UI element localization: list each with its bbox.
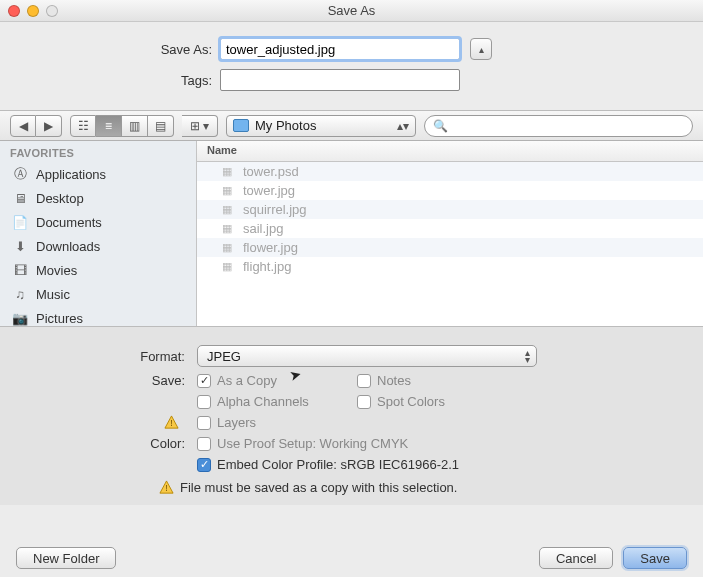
file-row[interactable]: ▦flight.jpg [197, 257, 703, 276]
file-browser: FAVORITES ⒶApplications 🖥Desktop 📄Docume… [0, 141, 703, 326]
layers-checkbox[interactable] [197, 416, 211, 430]
column-view-button[interactable]: ▥ [122, 115, 148, 137]
arrange-button[interactable]: ⊞ ▾ [182, 115, 218, 137]
embed-profile-label: Embed Color Profile: sRGB IEC61966-2.1 [217, 457, 459, 472]
format-select[interactable]: JPEG ▴▾ [197, 345, 537, 367]
layers-label: Layers [217, 415, 256, 430]
notes-checkbox[interactable] [357, 374, 371, 388]
new-folder-button[interactable]: New Folder [16, 547, 116, 569]
sidebar-item-label: Documents [36, 215, 102, 230]
sidebar-item-label: Desktop [36, 191, 84, 206]
file-icon: ▦ [219, 241, 235, 254]
svg-text:!: ! [170, 418, 172, 428]
desktop-icon: 🖥 [12, 190, 28, 206]
column-header-name[interactable]: Name [197, 141, 703, 162]
nav-segment: ◀ ▶ [10, 115, 62, 137]
browser-toolbar: ◀ ▶ ☷ ≡ ▥ ▤ ⊞ ▾ My Photos ▴▾ 🔍 [0, 111, 703, 141]
dialog-footer: New Folder Cancel Save [0, 547, 703, 569]
sidebar-item-label: Movies [36, 263, 77, 278]
format-label: Format: [24, 349, 197, 364]
forward-button[interactable]: ▶ [36, 115, 62, 137]
warning-message-row: ! File must be saved as a copy with this… [24, 480, 679, 495]
search-icon: 🔍 [433, 119, 448, 133]
save-form: Save As: ▴ Tags: [0, 22, 703, 111]
svg-text:!: ! [165, 483, 167, 493]
search-field[interactable]: 🔍 [424, 115, 693, 137]
filename-input[interactable] [220, 38, 460, 60]
sidebar-item-movies[interactable]: 🎞Movies [0, 258, 196, 282]
options-panel: Format: JPEG ▴▾ Save: As a Copy Notes Al… [0, 326, 703, 505]
documents-icon: 📄 [12, 214, 28, 230]
cancel-button[interactable]: Cancel [539, 547, 613, 569]
file-icon: ▦ [219, 222, 235, 235]
sidebar: FAVORITES ⒶApplications 🖥Desktop 📄Docume… [0, 141, 197, 326]
list-view-button[interactable]: ≡ [96, 115, 122, 137]
file-row[interactable]: ▦tower.psd [197, 162, 703, 181]
location-popup[interactable]: My Photos ▴▾ [226, 115, 416, 137]
alpha-channels-label: Alpha Channels [217, 394, 309, 409]
file-icon: ▦ [219, 184, 235, 197]
movies-icon: 🎞 [12, 262, 28, 278]
file-row[interactable]: ▦tower.jpg [197, 181, 703, 200]
alpha-channels-checkbox[interactable] [197, 395, 211, 409]
warning-message: File must be saved as a copy with this s… [180, 480, 457, 495]
back-button[interactable]: ◀ [10, 115, 36, 137]
sidebar-item-label: Applications [36, 167, 106, 182]
notes-label: Notes [377, 373, 411, 388]
embed-profile-checkbox[interactable] [197, 458, 211, 472]
save-button[interactable]: Save [623, 547, 687, 569]
file-icon: ▦ [219, 260, 235, 273]
pictures-icon: 📷 [12, 310, 28, 326]
format-value: JPEG [207, 349, 241, 364]
spot-colors-label: Spot Colors [377, 394, 445, 409]
file-name: flower.jpg [243, 240, 298, 255]
titlebar: Save As [0, 0, 703, 22]
file-name: tower.jpg [243, 183, 295, 198]
sidebar-item-documents[interactable]: 📄Documents [0, 210, 196, 234]
file-row[interactable]: ▦squirrel.jpg [197, 200, 703, 219]
icon-view-button[interactable]: ☷ [70, 115, 96, 137]
file-name: flight.jpg [243, 259, 291, 274]
sidebar-item-pictures[interactable]: 📷Pictures [0, 306, 196, 330]
file-icon: ▦ [219, 165, 235, 178]
warning-icon: ! [164, 415, 179, 430]
tags-input[interactable] [220, 69, 460, 91]
sidebar-item-downloads[interactable]: ⬇Downloads [0, 234, 196, 258]
sidebar-item-label: Pictures [36, 311, 83, 326]
proof-setup-label: Use Proof Setup: Working CMYK [217, 436, 408, 451]
sidebar-item-label: Music [36, 287, 70, 302]
file-name: tower.psd [243, 164, 299, 179]
coverflow-view-button[interactable]: ▤ [148, 115, 174, 137]
file-row[interactable]: ▦sail.jpg [197, 219, 703, 238]
sidebar-item-applications[interactable]: ⒶApplications [0, 162, 196, 186]
arrange-segment: ⊞ ▾ [182, 115, 218, 137]
downloads-icon: ⬇ [12, 238, 28, 254]
file-name: squirrel.jpg [243, 202, 307, 217]
chevron-updown-icon: ▴▾ [525, 349, 530, 363]
sidebar-item-label: Downloads [36, 239, 100, 254]
file-list: Name ▦tower.psd ▦tower.jpg ▦squirrel.jpg… [197, 141, 703, 326]
warning-icon: ! [159, 480, 174, 495]
folder-icon [233, 119, 249, 132]
music-icon: ♫ [12, 286, 28, 302]
expand-browser-button[interactable]: ▴ [470, 38, 492, 60]
as-a-copy-label: As a Copy [217, 373, 277, 388]
proof-setup-checkbox[interactable] [197, 437, 211, 451]
spot-colors-checkbox[interactable] [357, 395, 371, 409]
as-a-copy-checkbox[interactable] [197, 374, 211, 388]
tags-label: Tags: [24, 73, 220, 88]
saveas-label: Save As: [24, 42, 220, 57]
color-options-label: Color: [24, 436, 197, 451]
save-options-label: Save: [24, 373, 197, 388]
window-title: Save As [0, 3, 703, 18]
view-mode-segment: ☷ ≡ ▥ ▤ [70, 115, 174, 137]
sidebar-item-music[interactable]: ♫Music [0, 282, 196, 306]
sidebar-header: FAVORITES [0, 141, 196, 162]
chevron-updown-icon: ▴▾ [397, 119, 409, 133]
apps-icon: Ⓐ [12, 166, 28, 182]
location-label: My Photos [255, 118, 316, 133]
sidebar-item-desktop[interactable]: 🖥Desktop [0, 186, 196, 210]
file-icon: ▦ [219, 203, 235, 216]
file-row[interactable]: ▦flower.jpg [197, 238, 703, 257]
file-name: sail.jpg [243, 221, 283, 236]
